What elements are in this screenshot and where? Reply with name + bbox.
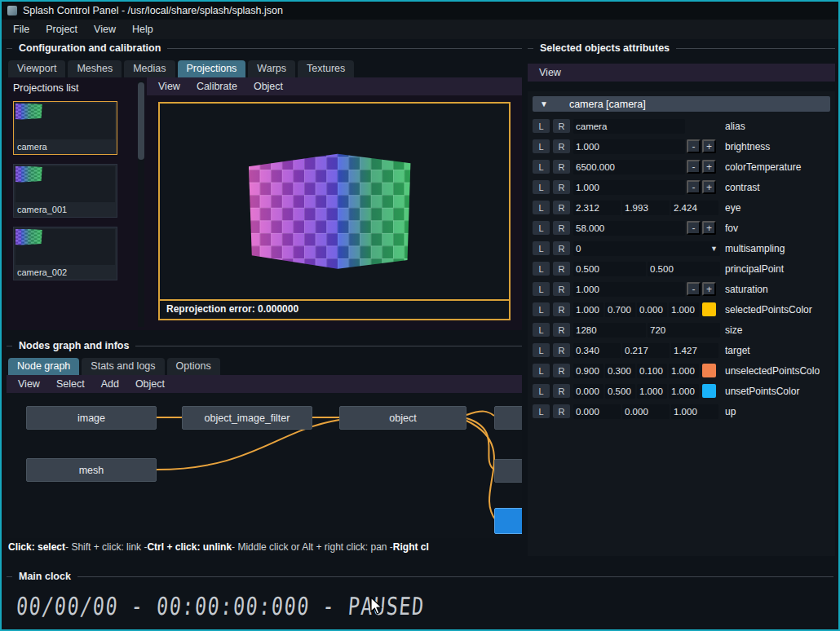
tab-medias[interactable]: Medias xyxy=(124,60,175,77)
value-field[interactable]: 0.100 xyxy=(637,364,667,378)
link-r-button[interactable]: R xyxy=(553,302,570,316)
tab-textures[interactable]: Textures xyxy=(298,60,354,77)
value-field[interactable]: 0.000 xyxy=(622,404,670,419)
link-l-button[interactable]: L xyxy=(533,241,550,255)
camera-viewport-canvas[interactable] xyxy=(160,104,509,299)
link-l-button[interactable]: L xyxy=(533,384,550,398)
projection-card-camera-001[interactable]: camera_001 xyxy=(13,164,117,218)
node-mesh[interactable]: mesh xyxy=(26,458,157,482)
camera-tree-header[interactable]: ▼ camera [camera] xyxy=(533,96,830,112)
value-field[interactable]: 0.300 xyxy=(605,364,635,378)
value-field[interactable]: 2.312 xyxy=(573,201,621,215)
link-l-button[interactable]: L xyxy=(533,323,550,337)
value-field[interactable]: 0.700 xyxy=(605,302,635,317)
value-field[interactable]: 1280 xyxy=(573,323,646,338)
link-l-button[interactable]: L xyxy=(533,364,550,377)
node-blue[interactable] xyxy=(494,508,522,534)
collapse-caret-icon[interactable]: ▼ xyxy=(540,99,548,108)
value-field[interactable]: 0.500 xyxy=(605,384,635,399)
value-field[interactable]: 1.000 xyxy=(637,384,667,399)
link-r-button[interactable]: R xyxy=(553,323,570,337)
decrement-button[interactable]: - xyxy=(687,139,701,153)
increment-button[interactable]: + xyxy=(702,282,716,296)
menubar-item-view[interactable]: View xyxy=(86,20,124,39)
value-field[interactable]: 1.000 xyxy=(573,180,685,195)
value-field[interactable]: 58.000 xyxy=(573,221,685,236)
link-l-button[interactable]: L xyxy=(533,343,550,357)
scrollbar-thumb[interactable] xyxy=(138,82,144,160)
menubar-item-project[interactable]: Project xyxy=(38,20,86,39)
value-field[interactable]: 0.000 xyxy=(573,384,603,399)
viewport-menu-object[interactable]: Object xyxy=(245,77,291,95)
link-r-button[interactable]: R xyxy=(553,262,570,276)
value-field[interactable]: 0.000 xyxy=(637,302,667,317)
decrement-button[interactable]: - xyxy=(687,282,701,296)
nodes-menu-object[interactable]: Object xyxy=(127,375,173,393)
tab-viewport[interactable]: Viewport xyxy=(8,60,65,77)
value-field[interactable]: 1.000 xyxy=(573,139,685,154)
tab-stats-and-logs[interactable]: Stats and logs xyxy=(82,358,164,375)
value-field[interactable]: 0▼ xyxy=(573,241,720,256)
link-r-button[interactable]: R xyxy=(553,180,570,194)
link-l-button[interactable]: L xyxy=(533,262,550,276)
nodes-menu-view[interactable]: View xyxy=(10,375,48,393)
nodes-menu-add[interactable]: Add xyxy=(93,375,127,393)
link-l-button[interactable]: L xyxy=(533,404,550,418)
link-l-button[interactable]: L xyxy=(533,282,550,296)
value-field[interactable]: 2.424 xyxy=(671,201,718,215)
link-r-button[interactable]: R xyxy=(553,139,570,153)
nodes-menu-select[interactable]: Select xyxy=(48,375,93,393)
value-field[interactable]: 1.000 xyxy=(669,364,699,378)
value-field[interactable]: 1.427 xyxy=(671,343,718,358)
tab-options[interactable]: Options xyxy=(167,358,220,375)
increment-button[interactable]: + xyxy=(702,139,716,153)
link-l-button[interactable]: L xyxy=(533,139,550,153)
viewport-menu-calibrate[interactable]: Calibrate xyxy=(188,77,245,95)
link-l-button[interactable]: L xyxy=(533,302,550,316)
tab-warps[interactable]: Warps xyxy=(248,60,295,77)
value-field[interactable]: 0.340 xyxy=(573,343,621,358)
projection-3d-view[interactable] xyxy=(160,104,509,299)
value-field[interactable]: 1.000 xyxy=(573,302,603,317)
tab-meshes[interactable]: Meshes xyxy=(68,60,122,77)
value-field[interactable]: camera xyxy=(573,119,685,134)
chevron-down-icon[interactable]: ▼ xyxy=(707,245,718,253)
tab-projections[interactable]: Projections xyxy=(178,60,246,77)
value-field[interactable]: 720 xyxy=(648,323,720,338)
decrement-button[interactable]: - xyxy=(687,180,701,194)
link-l-button[interactable]: L xyxy=(533,119,550,133)
link-l-button[interactable]: L xyxy=(533,221,550,235)
decrement-button[interactable]: - xyxy=(687,160,701,174)
link-l-button[interactable]: L xyxy=(533,160,550,174)
color-swatch[interactable] xyxy=(702,364,716,377)
value-field[interactable]: 0.000 xyxy=(573,404,621,419)
link-r-button[interactable]: R xyxy=(553,364,570,377)
value-field[interactable]: 1.993 xyxy=(622,201,670,215)
tab-node-graph[interactable]: Node graph xyxy=(8,358,79,375)
projections-scrollbar[interactable] xyxy=(138,81,144,327)
link-r-button[interactable]: R xyxy=(553,119,570,133)
increment-button[interactable]: + xyxy=(702,160,716,174)
value-field[interactable]: 0.500 xyxy=(573,262,646,276)
link-r-button[interactable]: R xyxy=(553,384,570,398)
projection-card-camera-002[interactable]: camera_002 xyxy=(13,227,117,280)
color-swatch[interactable] xyxy=(702,302,716,316)
increment-button[interactable]: + xyxy=(702,180,716,194)
menubar-item-help[interactable]: Help xyxy=(124,20,161,39)
value-field[interactable]: 0.500 xyxy=(648,262,720,276)
link-l-button[interactable]: L xyxy=(533,180,550,194)
menubar-item-file[interactable]: File xyxy=(5,20,38,39)
increment-button[interactable]: + xyxy=(702,221,716,235)
link-r-button[interactable]: R xyxy=(553,221,570,235)
node-object[interactable]: object xyxy=(339,406,466,430)
link-r-button[interactable]: R xyxy=(553,404,570,418)
link-r-button[interactable]: R xyxy=(553,282,570,296)
link-r-button[interactable]: R xyxy=(553,160,570,174)
decrement-button[interactable]: - xyxy=(687,221,701,235)
node-object-image-filter[interactable]: object_image_filter xyxy=(182,406,312,430)
link-r-button[interactable]: R xyxy=(553,343,570,357)
node-stub-1[interactable] xyxy=(494,406,522,430)
link-r-button[interactable]: R xyxy=(553,201,570,214)
link-r-button[interactable]: R xyxy=(553,241,570,255)
link-l-button[interactable]: L xyxy=(533,201,550,214)
